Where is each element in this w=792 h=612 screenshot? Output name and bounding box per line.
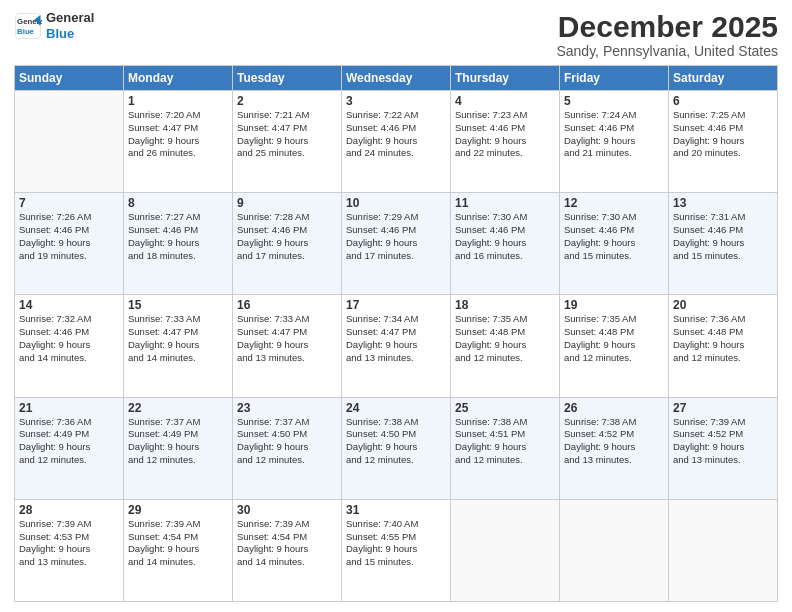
calendar-cell: 17Sunrise: 7:34 AMSunset: 4:47 PMDayligh…: [342, 295, 451, 397]
logo-icon: General Blue: [14, 12, 42, 40]
day-info: Sunrise: 7:38 AMSunset: 4:52 PMDaylight:…: [564, 416, 664, 467]
logo-line1: General: [46, 10, 94, 26]
day-number: 31: [346, 503, 446, 517]
weekday-header: Thursday: [451, 66, 560, 91]
day-number: 16: [237, 298, 337, 312]
calendar-cell: [451, 499, 560, 601]
calendar-header-row: SundayMondayTuesdayWednesdayThursdayFrid…: [15, 66, 778, 91]
calendar-cell: 11Sunrise: 7:30 AMSunset: 4:46 PMDayligh…: [451, 193, 560, 295]
calendar-cell: [669, 499, 778, 601]
weekday-header: Monday: [124, 66, 233, 91]
day-info: Sunrise: 7:39 AMSunset: 4:54 PMDaylight:…: [128, 518, 228, 569]
day-number: 4: [455, 94, 555, 108]
calendar-cell: 12Sunrise: 7:30 AMSunset: 4:46 PMDayligh…: [560, 193, 669, 295]
weekday-header: Friday: [560, 66, 669, 91]
calendar-cell: 5Sunrise: 7:24 AMSunset: 4:46 PMDaylight…: [560, 91, 669, 193]
calendar-cell: [560, 499, 669, 601]
day-number: 28: [19, 503, 119, 517]
day-number: 18: [455, 298, 555, 312]
day-number: 9: [237, 196, 337, 210]
calendar-cell: 21Sunrise: 7:36 AMSunset: 4:49 PMDayligh…: [15, 397, 124, 499]
svg-text:Blue: Blue: [17, 26, 35, 35]
calendar-cell: 7Sunrise: 7:26 AMSunset: 4:46 PMDaylight…: [15, 193, 124, 295]
day-info: Sunrise: 7:26 AMSunset: 4:46 PMDaylight:…: [19, 211, 119, 262]
day-info: Sunrise: 7:33 AMSunset: 4:47 PMDaylight:…: [128, 313, 228, 364]
day-number: 7: [19, 196, 119, 210]
calendar-cell: 19Sunrise: 7:35 AMSunset: 4:48 PMDayligh…: [560, 295, 669, 397]
weekday-header: Tuesday: [233, 66, 342, 91]
day-info: Sunrise: 7:39 AMSunset: 4:53 PMDaylight:…: [19, 518, 119, 569]
day-number: 23: [237, 401, 337, 415]
calendar-cell: 23Sunrise: 7:37 AMSunset: 4:50 PMDayligh…: [233, 397, 342, 499]
day-info: Sunrise: 7:20 AMSunset: 4:47 PMDaylight:…: [128, 109, 228, 160]
calendar-week-row: 14Sunrise: 7:32 AMSunset: 4:46 PMDayligh…: [15, 295, 778, 397]
calendar-cell: 30Sunrise: 7:39 AMSunset: 4:54 PMDayligh…: [233, 499, 342, 601]
day-info: Sunrise: 7:38 AMSunset: 4:50 PMDaylight:…: [346, 416, 446, 467]
header: General Blue General Blue December 2025 …: [14, 10, 778, 59]
main-title: December 2025: [556, 10, 778, 43]
day-number: 13: [673, 196, 773, 210]
title-block: December 2025 Sandy, Pennsylvania, Unite…: [556, 10, 778, 59]
day-info: Sunrise: 7:30 AMSunset: 4:46 PMDaylight:…: [564, 211, 664, 262]
calendar-cell: 26Sunrise: 7:38 AMSunset: 4:52 PMDayligh…: [560, 397, 669, 499]
day-info: Sunrise: 7:24 AMSunset: 4:46 PMDaylight:…: [564, 109, 664, 160]
day-info: Sunrise: 7:36 AMSunset: 4:49 PMDaylight:…: [19, 416, 119, 467]
day-number: 2: [237, 94, 337, 108]
day-number: 14: [19, 298, 119, 312]
calendar-cell: 15Sunrise: 7:33 AMSunset: 4:47 PMDayligh…: [124, 295, 233, 397]
day-info: Sunrise: 7:22 AMSunset: 4:46 PMDaylight:…: [346, 109, 446, 160]
calendar-cell: 4Sunrise: 7:23 AMSunset: 4:46 PMDaylight…: [451, 91, 560, 193]
calendar-cell: 22Sunrise: 7:37 AMSunset: 4:49 PMDayligh…: [124, 397, 233, 499]
day-number: 27: [673, 401, 773, 415]
day-info: Sunrise: 7:29 AMSunset: 4:46 PMDaylight:…: [346, 211, 446, 262]
calendar-cell: 3Sunrise: 7:22 AMSunset: 4:46 PMDaylight…: [342, 91, 451, 193]
calendar-cell: 24Sunrise: 7:38 AMSunset: 4:50 PMDayligh…: [342, 397, 451, 499]
day-info: Sunrise: 7:40 AMSunset: 4:55 PMDaylight:…: [346, 518, 446, 569]
calendar-cell: 14Sunrise: 7:32 AMSunset: 4:46 PMDayligh…: [15, 295, 124, 397]
day-info: Sunrise: 7:31 AMSunset: 4:46 PMDaylight:…: [673, 211, 773, 262]
page: General Blue General Blue December 2025 …: [0, 0, 792, 612]
calendar-cell: 20Sunrise: 7:36 AMSunset: 4:48 PMDayligh…: [669, 295, 778, 397]
calendar-week-row: 21Sunrise: 7:36 AMSunset: 4:49 PMDayligh…: [15, 397, 778, 499]
day-number: 17: [346, 298, 446, 312]
day-info: Sunrise: 7:34 AMSunset: 4:47 PMDaylight:…: [346, 313, 446, 364]
day-number: 6: [673, 94, 773, 108]
day-number: 3: [346, 94, 446, 108]
logo: General Blue General Blue: [14, 10, 94, 41]
calendar-cell: 2Sunrise: 7:21 AMSunset: 4:47 PMDaylight…: [233, 91, 342, 193]
day-info: Sunrise: 7:35 AMSunset: 4:48 PMDaylight:…: [564, 313, 664, 364]
calendar-cell: 9Sunrise: 7:28 AMSunset: 4:46 PMDaylight…: [233, 193, 342, 295]
day-number: 25: [455, 401, 555, 415]
weekday-header: Saturday: [669, 66, 778, 91]
calendar-week-row: 28Sunrise: 7:39 AMSunset: 4:53 PMDayligh…: [15, 499, 778, 601]
sub-title: Sandy, Pennsylvania, United States: [556, 43, 778, 59]
calendar-cell: 28Sunrise: 7:39 AMSunset: 4:53 PMDayligh…: [15, 499, 124, 601]
day-number: 19: [564, 298, 664, 312]
day-info: Sunrise: 7:37 AMSunset: 4:50 PMDaylight:…: [237, 416, 337, 467]
calendar-cell: 8Sunrise: 7:27 AMSunset: 4:46 PMDaylight…: [124, 193, 233, 295]
calendar-cell: [15, 91, 124, 193]
weekday-header: Sunday: [15, 66, 124, 91]
day-info: Sunrise: 7:27 AMSunset: 4:46 PMDaylight:…: [128, 211, 228, 262]
calendar-cell: 29Sunrise: 7:39 AMSunset: 4:54 PMDayligh…: [124, 499, 233, 601]
day-number: 20: [673, 298, 773, 312]
calendar-cell: 16Sunrise: 7:33 AMSunset: 4:47 PMDayligh…: [233, 295, 342, 397]
calendar-cell: 27Sunrise: 7:39 AMSunset: 4:52 PMDayligh…: [669, 397, 778, 499]
calendar-week-row: 1Sunrise: 7:20 AMSunset: 4:47 PMDaylight…: [15, 91, 778, 193]
day-info: Sunrise: 7:39 AMSunset: 4:54 PMDaylight:…: [237, 518, 337, 569]
day-number: 24: [346, 401, 446, 415]
day-info: Sunrise: 7:23 AMSunset: 4:46 PMDaylight:…: [455, 109, 555, 160]
calendar-cell: 13Sunrise: 7:31 AMSunset: 4:46 PMDayligh…: [669, 193, 778, 295]
day-number: 11: [455, 196, 555, 210]
calendar-cell: 6Sunrise: 7:25 AMSunset: 4:46 PMDaylight…: [669, 91, 778, 193]
day-number: 5: [564, 94, 664, 108]
day-number: 26: [564, 401, 664, 415]
calendar-cell: 18Sunrise: 7:35 AMSunset: 4:48 PMDayligh…: [451, 295, 560, 397]
day-number: 29: [128, 503, 228, 517]
day-number: 1: [128, 94, 228, 108]
day-number: 12: [564, 196, 664, 210]
day-info: Sunrise: 7:21 AMSunset: 4:47 PMDaylight:…: [237, 109, 337, 160]
day-info: Sunrise: 7:35 AMSunset: 4:48 PMDaylight:…: [455, 313, 555, 364]
logo-line2: Blue: [46, 26, 94, 42]
day-info: Sunrise: 7:30 AMSunset: 4:46 PMDaylight:…: [455, 211, 555, 262]
